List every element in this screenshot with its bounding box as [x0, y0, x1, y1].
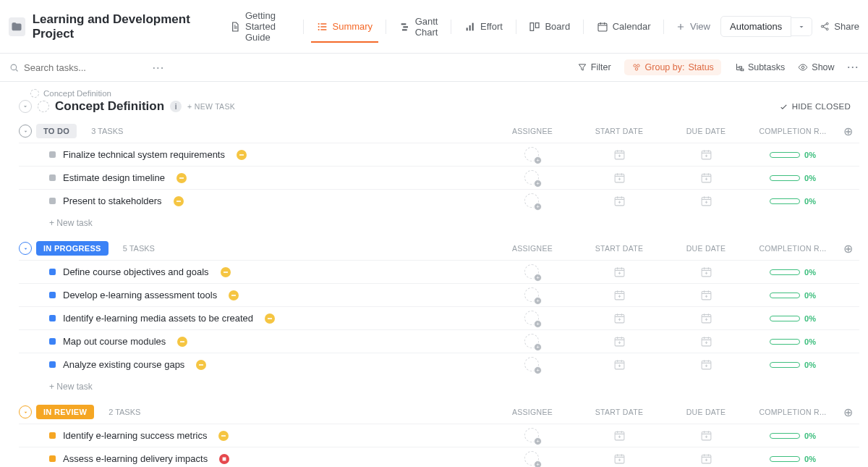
- toolbar-more-icon[interactable]: ···: [848, 62, 859, 72]
- add-column-button[interactable]: ⊕: [836, 405, 859, 419]
- completion-cell[interactable]: 0%: [749, 174, 836, 182]
- automations-caret[interactable]: [791, 17, 812, 36]
- task-row[interactable]: Analyze existing course gaps + 0%: [19, 353, 859, 376]
- task-name[interactable]: Assess e-learning delivery impacts: [63, 453, 208, 464]
- assignee-cell[interactable]: +: [489, 287, 576, 303]
- tab-board[interactable]: Board: [520, 17, 579, 37]
- search-input[interactable]: [24, 62, 140, 73]
- priority-badge[interactable]: [218, 431, 229, 441]
- task-row[interactable]: Finalize technical system requirements +…: [19, 143, 859, 166]
- completion-cell[interactable]: 0%: [749, 291, 836, 300]
- due-date-cell[interactable]: [663, 148, 749, 161]
- start-date-cell[interactable]: [576, 358, 663, 371]
- completion-cell[interactable]: 0%: [749, 432, 836, 440]
- task-name[interactable]: Identify e-learning success metrics: [63, 430, 207, 441]
- column-header-assignee[interactable]: ASSIGNEE: [489, 244, 576, 253]
- search-more-icon[interactable]: ···: [153, 62, 165, 73]
- due-date-cell[interactable]: [663, 266, 749, 278]
- breadcrumb[interactable]: Concept Definition: [43, 89, 111, 98]
- task-row[interactable]: Map out course modules + 0%: [19, 329, 859, 353]
- task-name[interactable]: Finalize technical system requirements: [63, 149, 225, 160]
- priority-badge[interactable]: [196, 360, 206, 370]
- column-header-start-date[interactable]: START DATE: [576, 408, 663, 416]
- task-name[interactable]: Estimate design timeline: [63, 172, 165, 183]
- task-row[interactable]: Develop e-learning assessment tools + 0%: [19, 283, 859, 306]
- add-view-button[interactable]: View: [668, 17, 718, 36]
- column-header-due-date[interactable]: DUE DATE: [663, 408, 749, 416]
- subtasks-button[interactable]: Subtasks: [734, 62, 785, 72]
- task-name[interactable]: Analyze existing course gaps: [63, 359, 184, 370]
- start-date-cell[interactable]: [576, 266, 663, 278]
- task-row[interactable]: Identify e-learning success metrics + 0%: [19, 424, 859, 447]
- tab-effort[interactable]: Effort: [456, 17, 511, 37]
- task-name[interactable]: Define course objectives and goals: [63, 266, 209, 277]
- assignee-cell[interactable]: +: [489, 357, 576, 373]
- task-row[interactable]: Assess e-learning delivery impacts + 0%: [19, 447, 859, 467]
- task-name[interactable]: Develop e-learning assessment tools: [63, 290, 217, 300]
- due-date-cell[interactable]: [663, 358, 749, 371]
- info-icon[interactable]: i: [170, 101, 182, 112]
- due-date-cell[interactable]: [663, 335, 749, 348]
- assignee-cell[interactable]: +: [489, 264, 576, 280]
- new-task-button[interactable]: + New task: [19, 212, 859, 228]
- due-date-cell[interactable]: [663, 429, 749, 442]
- completion-cell[interactable]: 0%: [749, 197, 836, 206]
- start-date-cell[interactable]: [576, 453, 663, 465]
- start-date-cell[interactable]: [576, 195, 663, 207]
- completion-cell[interactable]: 0%: [749, 361, 836, 369]
- completion-cell[interactable]: 0%: [749, 151, 836, 159]
- column-header-start-date[interactable]: START DATE: [576, 127, 663, 135]
- show-button[interactable]: Show: [798, 62, 834, 72]
- priority-badge[interactable]: [221, 267, 231, 277]
- completion-cell[interactable]: 0%: [749, 455, 836, 463]
- task-row[interactable]: Estimate design timeline + 0%: [19, 166, 859, 189]
- task-row[interactable]: Identify e-learning media assets to be c…: [19, 306, 859, 329]
- column-header-due-date[interactable]: DUE DATE: [663, 244, 749, 253]
- start-date-cell[interactable]: [576, 312, 663, 324]
- hide-closed-button[interactable]: HIDE CLOSED: [779, 102, 859, 112]
- folder-icon[interactable]: [9, 17, 25, 36]
- priority-badge[interactable]: [229, 290, 239, 300]
- priority-badge[interactable]: [237, 150, 247, 160]
- task-name[interactable]: Identify e-learning media assets to be c…: [63, 313, 253, 324]
- start-date-cell[interactable]: [576, 172, 663, 184]
- priority-badge[interactable]: [219, 454, 229, 464]
- task-row[interactable]: Present to stakeholders + 0%: [19, 189, 859, 212]
- share-button[interactable]: Share: [820, 21, 859, 32]
- assignee-cell[interactable]: +: [489, 428, 576, 444]
- due-date-cell[interactable]: [663, 289, 749, 301]
- collapse-list-button[interactable]: [19, 100, 32, 113]
- due-date-cell[interactable]: [663, 312, 749, 324]
- assignee-cell[interactable]: +: [489, 334, 576, 350]
- new-task-button[interactable]: + New task: [19, 376, 859, 392]
- column-header-completion[interactable]: COMPLETION R...: [749, 127, 836, 135]
- tab-getting-started[interactable]: Getting Started Guide: [221, 6, 299, 47]
- priority-badge[interactable]: [176, 173, 187, 183]
- assignee-cell[interactable]: +: [489, 147, 576, 163]
- collapse-group-button[interactable]: [19, 405, 32, 418]
- start-date-cell[interactable]: [576, 289, 663, 301]
- column-header-due-date[interactable]: DUE DATE: [663, 127, 749, 135]
- due-date-cell[interactable]: [663, 195, 749, 207]
- column-header-assignee[interactable]: ASSIGNEE: [489, 127, 576, 135]
- priority-badge[interactable]: [265, 314, 275, 324]
- due-date-cell[interactable]: [663, 453, 749, 465]
- add-column-button[interactable]: ⊕: [836, 125, 859, 138]
- assignee-cell[interactable]: +: [489, 311, 576, 327]
- task-name[interactable]: Map out course modules: [63, 336, 166, 347]
- column-header-completion[interactable]: COMPLETION R...: [749, 244, 836, 253]
- start-date-cell[interactable]: [576, 148, 663, 161]
- priority-badge[interactable]: [174, 196, 184, 206]
- task-row[interactable]: Define course objectives and goals + 0%: [19, 260, 859, 283]
- assignee-cell[interactable]: +: [489, 193, 576, 209]
- column-header-assignee[interactable]: ASSIGNEE: [489, 408, 576, 416]
- collapse-group-button[interactable]: [19, 242, 32, 255]
- filter-button[interactable]: Filter: [577, 62, 611, 72]
- status-pill[interactable]: IN PROGRESS: [36, 241, 109, 256]
- completion-cell[interactable]: 0%: [749, 268, 836, 277]
- start-date-cell[interactable]: [576, 335, 663, 348]
- due-date-cell[interactable]: [663, 172, 749, 184]
- tab-calendar[interactable]: Calendar: [588, 17, 660, 37]
- tab-summary[interactable]: Summary: [308, 17, 382, 37]
- priority-badge[interactable]: [177, 337, 187, 347]
